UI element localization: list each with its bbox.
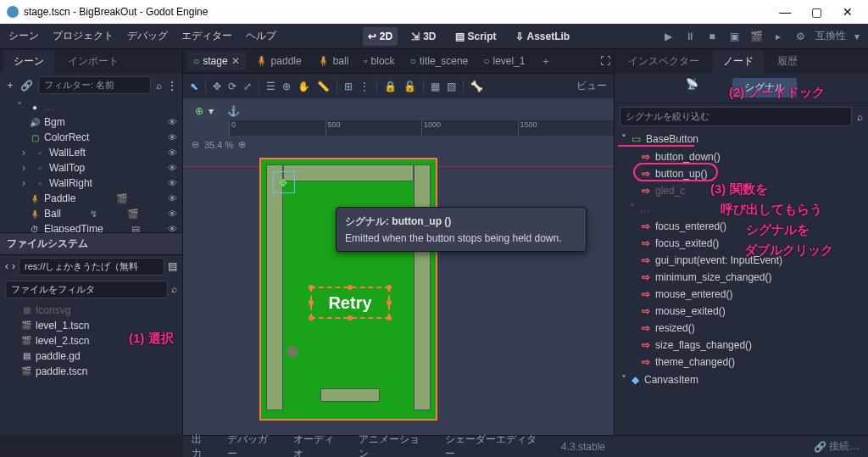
- zoom-in-icon[interactable]: ⊕: [238, 139, 246, 150]
- unlock-icon[interactable]: 🔓: [403, 81, 416, 92]
- scene-filter-input[interactable]: フィルター: 名前: [38, 76, 151, 94]
- visibility-icon[interactable]: 👁: [168, 132, 177, 142]
- list-select-icon[interactable]: ☰: [266, 81, 275, 92]
- tab-node[interactable]: ノード: [713, 50, 764, 73]
- file-item[interactable]: 🎬paddle.tscn: [0, 364, 182, 379]
- expand-icon[interactable]: ›: [22, 162, 31, 174]
- rss-icon[interactable]: 📡: [686, 78, 698, 98]
- more-icon[interactable]: ⋮: [167, 80, 177, 92]
- panel-animation[interactable]: アニメーション: [359, 432, 430, 458]
- close-icon[interactable]: ✕: [231, 55, 240, 67]
- scene-tab-ball[interactable]: 🧍ball: [310, 52, 356, 70]
- signal-min-size[interactable]: ⇨minimum_size_changed(): [615, 269, 868, 286]
- search-icon[interactable]: ⌕: [852, 111, 863, 123]
- scale-tool-icon[interactable]: ⤢: [243, 81, 252, 92]
- collapse-icon[interactable]: ˅: [17, 101, 25, 113]
- menu-help[interactable]: ヘルプ: [246, 29, 276, 43]
- tree-item-wallright[interactable]: ›▫WallRight👁: [0, 176, 182, 191]
- expand-icon[interactable]: ›: [22, 177, 31, 189]
- visibility-icon[interactable]: 👁: [168, 224, 177, 232]
- scene-tab-block[interactable]: ▫block: [357, 52, 401, 70]
- tree-item-ball[interactable]: 🧍Ball↯🎬👁: [0, 206, 182, 221]
- signal-focus-entered[interactable]: ⇨focus_entered(): [615, 218, 868, 235]
- tree-item-walltop[interactable]: ›▫WallTop👁: [0, 160, 182, 176]
- ruler-icon[interactable]: 📏: [317, 81, 330, 92]
- renderer-mode[interactable]: 互換性: [815, 29, 846, 43]
- expand-icon[interactable]: ›: [22, 147, 31, 159]
- scene-tab-level1[interactable]: ○level_1: [476, 52, 531, 70]
- renderer-icon[interactable]: ⚙: [793, 31, 807, 42]
- signal-button-up[interactable]: ⇨button_up(): [615, 165, 868, 182]
- scene-tab-stage[interactable]: ○stage ✕: [186, 52, 247, 70]
- menu-project[interactable]: プロジェクト: [53, 29, 114, 43]
- panel-output[interactable]: 出力: [192, 432, 212, 458]
- play-custom-icon[interactable]: ▸: [771, 31, 785, 42]
- visibility-icon[interactable]: 👁: [168, 178, 177, 188]
- zoom-controls[interactable]: ⊖ 35.4 % ⊕: [192, 139, 246, 150]
- split-icon[interactable]: ▤: [168, 260, 177, 272]
- fwd-icon[interactable]: ›: [12, 260, 15, 272]
- link-icon[interactable]: 🔗: [20, 80, 33, 92]
- signal-size-flags[interactable]: ⇨size_flags_changed(): [615, 337, 868, 354]
- pause-icon[interactable]: ⏸: [683, 31, 697, 42]
- group-icon[interactable]: ▦: [431, 81, 440, 92]
- file-item[interactable]: ▦Iconsvg: [0, 303, 182, 318]
- class-canvasitem[interactable]: ˅◆CanvasItem: [615, 371, 868, 389]
- signal-filter-input[interactable]: シグナルを絞り込む: [620, 107, 852, 126]
- scene-tab-title[interactable]: ○title_scene: [403, 52, 476, 70]
- viewport-2d[interactable]: ⊕▾ ⚓ 050010001500 ⊖ 35.4 % ⊕ ✥: [183, 98, 614, 435]
- signal-toggled[interactable]: ⇨gled_c: [615, 182, 868, 199]
- add-node-icon[interactable]: ＋: [5, 78, 15, 92]
- window-controls[interactable]: — ▢ ✕: [779, 5, 861, 19]
- visibility-icon[interactable]: 👁: [168, 193, 177, 203]
- collapse-icon[interactable]: ˅: [621, 374, 626, 386]
- move-tool-icon[interactable]: ✥: [213, 81, 221, 92]
- tree-item-colorrect[interactable]: ▢ColorRect👁: [0, 130, 182, 145]
- signal-gui-input[interactable]: ⇨gui_input(event: InputEvent): [615, 252, 868, 269]
- back-icon[interactable]: ‹: [5, 260, 8, 272]
- zoom-out-icon[interactable]: ⊖: [192, 139, 199, 150]
- menu-debug[interactable]: デバッグ: [127, 29, 168, 43]
- workspace-assetlib[interactable]: ⇩ AssetLib: [510, 27, 576, 46]
- workspace-2d[interactable]: ↩ 2D: [363, 27, 398, 46]
- chevron-down-icon[interactable]: ▾: [854, 31, 860, 42]
- workspace-script[interactable]: ▤ Script: [450, 27, 502, 46]
- tree-item-elapsed[interactable]: ⏱ElapsedTime▤👁: [0, 221, 182, 232]
- play-scene-icon[interactable]: 🎬: [749, 31, 763, 42]
- filter-type-icon[interactable]: ⌕: [156, 80, 162, 92]
- scene-link-icon[interactable]: 🎬: [116, 193, 128, 204]
- anchor-tool-icon[interactable]: ⚓: [227, 105, 240, 117]
- ungroup-icon[interactable]: ▧: [447, 81, 456, 92]
- connect-icon[interactable]: 🔗: [814, 441, 826, 453]
- remote-icon[interactable]: ▣: [727, 31, 741, 42]
- tab-history[interactable]: 履歴: [767, 50, 808, 73]
- file-item[interactable]: ▤paddle.gd: [0, 348, 182, 364]
- tab-scene[interactable]: シーン: [3, 50, 54, 73]
- stop-icon[interactable]: ■: [705, 31, 719, 42]
- version-label[interactable]: 4.3.stable: [561, 441, 605, 453]
- subtab-signal[interactable]: シグナル: [732, 78, 797, 98]
- bone-icon[interactable]: 🦴: [470, 81, 483, 92]
- snap-options-icon[interactable]: ⋮: [359, 81, 370, 92]
- file-item[interactable]: 🎬level_1.tscn: [0, 318, 182, 333]
- view-menu[interactable]: ビュー: [576, 79, 607, 93]
- class-control-partial[interactable]: ˅…: [615, 199, 868, 218]
- collapse-icon[interactable]: ˅: [621, 133, 626, 145]
- class-basebutton[interactable]: ˅▭BaseButton: [615, 130, 868, 148]
- tab-import[interactable]: インポート: [58, 50, 129, 73]
- snap-icon[interactable]: ⊞: [344, 81, 353, 92]
- file-item[interactable]: 🎬level_2.tscn: [0, 333, 182, 348]
- file-filter-input[interactable]: ファイルをフィルタ: [5, 281, 168, 298]
- signal-theme-changed[interactable]: ⇨theme_changed(): [615, 354, 868, 371]
- tree-item-bgm[interactable]: 🔊Bgm👁: [0, 114, 182, 130]
- retry-button-node[interactable]: Retry: [310, 287, 390, 319]
- anchor-preset-button[interactable]: ⊕▾: [188, 103, 220, 119]
- select-tool-icon[interactable]: ⬉: [190, 81, 198, 92]
- visibility-icon[interactable]: 👁: [168, 148, 177, 158]
- pivot-icon[interactable]: ⊕: [282, 81, 291, 92]
- scene-tab-paddle[interactable]: 🧍paddle: [248, 52, 309, 70]
- signal-mouse-entered[interactable]: ⇨mouse_entered(): [615, 286, 868, 303]
- signal-resized[interactable]: ⇨resized(): [615, 320, 868, 337]
- menu-scene[interactable]: シーン: [8, 29, 39, 43]
- path-display[interactable]: res://しょかきうたげ（無料: [19, 258, 164, 276]
